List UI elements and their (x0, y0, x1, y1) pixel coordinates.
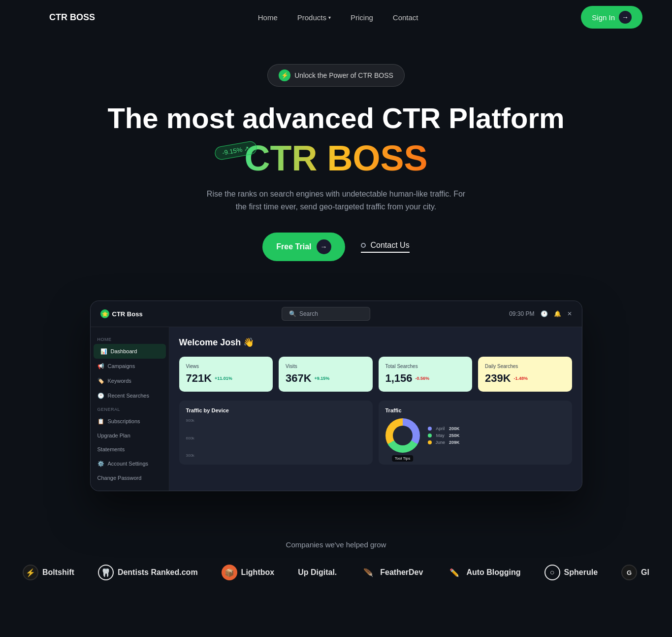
dashboard-sidebar: Home 📊 Dashboard 📢 Campaigns 🏷️ Keywords… (91, 327, 169, 491)
lightbox-icon: 📦 (222, 565, 237, 580)
nav-links: Home Products ▾ Pricing Contact (258, 13, 418, 22)
legend-april: April 200K (428, 426, 460, 431)
nav-contact[interactable]: Contact (393, 13, 418, 22)
sidebar-item-change-password[interactable]: Change Password (91, 471, 169, 485)
bell-icon: 🔔 (554, 310, 561, 317)
stat-label-visits: Visits (286, 364, 366, 369)
welcome-message: Welcome Josh 👋 (179, 337, 572, 348)
chart-title-traffic-device: Traffic by Device (186, 407, 366, 413)
navbar: 👑 CTR BOSS Home Products ▾ Pricing Conta… (0, 0, 672, 34)
stat-label-total-searches: Total Searches (385, 364, 466, 369)
logo-text: CTR BOSS (49, 12, 95, 23)
donut-chart (385, 418, 420, 453)
clock-icon: 🕐 (541, 310, 548, 317)
recent-searches-icon: 🕐 (97, 392, 104, 399)
topbar-right: 09:30 PM 🕐 🔔 ✕ (509, 310, 572, 317)
stat-card-visits: Visits 367K +9.15% (279, 357, 373, 392)
boltshift-icon: ⚡ (23, 565, 38, 580)
autoblogging-icon: ✏️ (447, 565, 462, 580)
hero-badge: ⚡ Unlock the Power of CTR BOSS (267, 64, 405, 87)
sidebar-item-account-settings[interactable]: ⚙️ Account Settings (91, 456, 169, 471)
stat-label-daily-searches: Daily Searches (485, 364, 565, 369)
stat-value-visits: 367K +9.15% (286, 372, 366, 385)
sidebar-general-label: General (91, 403, 169, 414)
hero-brand-name: CTR BOSS (244, 139, 427, 178)
sidebar-nav-label: Home (91, 333, 169, 344)
subscriptions-icon: 📋 (97, 418, 104, 425)
company-gl: G Gl (621, 565, 649, 580)
donut-legend: April 200K May 250K June 2 (428, 426, 460, 445)
featherdev-icon: 🪶 (360, 565, 376, 580)
companies-section: Companies we've helped grow ⚡ Boltshift … (0, 521, 672, 605)
dashboard-topbar: 🌟 CTR Boss 🔍 Search 09:30 PM 🕐 🔔 ✕ (91, 301, 582, 327)
nav-pricing[interactable]: Pricing (351, 13, 373, 22)
lightning-icon: ⚡ (279, 69, 290, 81)
stat-change-total-searches: -0.56% (416, 376, 430, 381)
sidebar-item-subscriptions[interactable]: 📋 Subscriptions (91, 414, 169, 429)
companies-logos: ⚡ Boltshift 🦷 Dentists Ranked.com 📦 Ligh… (10, 565, 662, 580)
company-autoblogging: ✏️ Auto Blogging (447, 565, 520, 580)
dash-logo-icon: 🌟 (100, 309, 109, 318)
legend-dot-may (428, 434, 432, 437)
stat-card-views: Views 721K +11.01% (179, 357, 273, 392)
nav-home[interactable]: Home (258, 13, 278, 22)
nav-products[interactable]: Products ▾ (297, 13, 331, 22)
stat-value-views: 721K +11.01% (186, 372, 266, 385)
stat-change-visits: +9.15% (315, 376, 330, 381)
hero-subtitle: Rise the ranks on search engines with un… (203, 188, 469, 213)
charts-row: Traffic by Device 900k 600k 300k (179, 401, 572, 465)
arrow-icon: → (619, 11, 632, 24)
chevron-down-icon: ▾ (328, 15, 331, 20)
stat-value-daily-searches: 239K -1.48% (485, 372, 565, 385)
legend-dot-june (428, 440, 432, 444)
dash-search-bar[interactable]: 🔍 Search (282, 307, 370, 321)
company-spherule: ○ Spherule (544, 565, 598, 580)
sidebar-item-statements[interactable]: Statements (91, 442, 169, 456)
svg-rect-0 (30, 9, 45, 25)
stats-grid: Views 721K +11.01% Visits 367K +9.15% To… (179, 357, 572, 392)
companies-label: Companies we've helped grow (10, 540, 662, 549)
sidebar-item-keywords[interactable]: 🏷️ Keywords (91, 373, 169, 388)
sidebar-item-upgrade-plan[interactable]: Upgrade Plan (91, 429, 169, 442)
company-featherdev: 🪶 FeatherDev (360, 565, 423, 580)
sidebar-item-campaigns[interactable]: 📢 Campaigns (91, 359, 169, 373)
dashboard-body: Home 📊 Dashboard 📢 Campaigns 🏷️ Keywords… (91, 327, 582, 491)
contact-us-button[interactable]: Contact Us (361, 241, 410, 253)
dashboard-icon: 📊 (100, 348, 107, 355)
free-trial-button[interactable]: Free Trial → (262, 233, 345, 261)
stat-card-total-searches: Total Searches 1,156 -0.56% (379, 357, 473, 392)
company-boltshift: ⚡ Boltshift (23, 565, 74, 580)
chart-title-traffic: Traffic (385, 407, 565, 413)
logo[interactable]: 👑 CTR BOSS (30, 9, 95, 25)
dashboard-preview: 🌟 CTR Boss 🔍 Search 09:30 PM 🕐 🔔 ✕ Home … (90, 301, 582, 491)
stat-label-views: Views (186, 364, 266, 369)
legend-may: May 250K (428, 433, 460, 438)
sign-in-button[interactable]: Sign In → (581, 6, 642, 29)
sidebar-item-dashboard[interactable]: 📊 Dashboard (94, 344, 166, 359)
campaigns-icon: 📢 (97, 363, 104, 369)
company-dentists: 🦷 Dentists Ranked.com (98, 565, 198, 580)
legend-june: June 209K (428, 440, 460, 445)
hero-buttons: Free Trial → Contact Us (262, 233, 409, 261)
menu-icon: ✕ (567, 310, 572, 317)
spherule-icon: ○ (544, 565, 560, 580)
bar-chart (198, 418, 216, 458)
hero-title: The most advanced CTR Platform (107, 102, 564, 134)
dot-icon (361, 243, 366, 248)
company-updigital: Up Digital. (298, 568, 337, 577)
arrow-icon: → (317, 239, 331, 254)
sidebar-item-recent-searches[interactable]: 🕐 Recent Searches (91, 388, 169, 403)
search-icon: 🔍 (289, 310, 296, 317)
gl-icon: G (621, 565, 637, 580)
stat-change-views: +11.01% (215, 376, 232, 381)
settings-icon: ⚙️ (97, 460, 104, 467)
donut-tooltip: Tool Tips (392, 455, 414, 462)
hero-section: ⚡ Unlock the Power of CTR BOSS The most … (0, 34, 672, 281)
legend-dot-april (428, 427, 432, 431)
chart-y-axis: 900k 600k 300k (186, 418, 194, 458)
stat-value-total-searches: 1,156 -0.56% (385, 372, 466, 385)
stat-card-daily-searches: Daily Searches 239K -1.48% (478, 357, 572, 392)
company-lightbox: 📦 Lightbox (222, 565, 275, 580)
donut-container: Tool Tips April 200K May 250K (385, 418, 565, 453)
stat-change-daily-searches: -1.48% (514, 376, 528, 381)
